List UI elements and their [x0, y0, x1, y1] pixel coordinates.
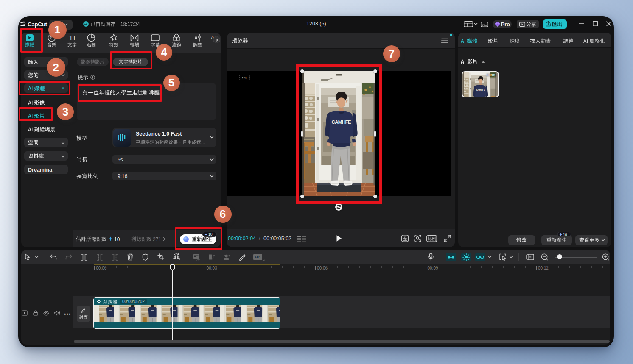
svg-text:CAMHFE: CAMHFE — [476, 89, 485, 91]
svg-text:TI: TI — [69, 34, 76, 42]
